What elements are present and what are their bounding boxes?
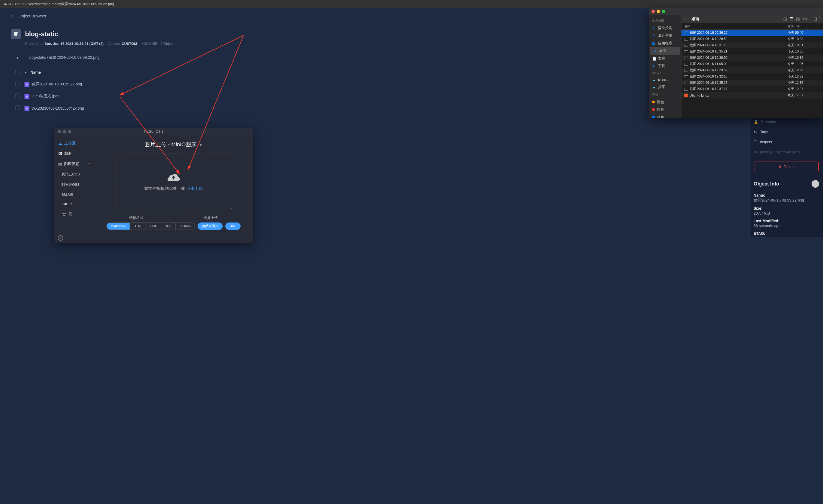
finder-file-name: 截屏 2024-06-16 11.05.08 [690, 62, 788, 66]
sidebar-item-downloads[interactable]: ⬇下载 [649, 62, 681, 70]
sidebar-item-apps[interactable]: ▦应用程序 [649, 39, 681, 47]
file-name: vue3响应式.jpeg [32, 94, 59, 99]
row-checkbox[interactable] [15, 105, 20, 110]
finder-file-row[interactable]: 截屏 2024-06-16 09.39.22今天 09:40 [681, 30, 823, 36]
select-all-checkbox[interactable] [15, 70, 20, 74]
finder-file-row[interactable]: 截屏 2024-06-16 11.05.08今天 11:05 [681, 61, 823, 67]
format-ubb-button[interactable]: UBB [161, 223, 176, 230]
format-custom-button[interactable]: Custom [176, 223, 194, 230]
downloads-icon: ⬇ [652, 64, 656, 68]
provider-item[interactable]: 腾讯云COS [54, 169, 94, 180]
finder-file-name: 截屏 2024-06-16 12.32.16 [690, 74, 788, 79]
finder-sidebar: 个人收藏 ◎隔空投送⏱最近使用▦应用程序🖥桌面📄文稿⬇下载 iCloud ☁iC… [649, 15, 681, 118]
finder-maximize-button[interactable] [662, 10, 665, 13]
click-upload-link[interactable]: 点击上传 [186, 186, 203, 191]
upload-dropzone[interactable]: 将文件拖拽到此处，或 点击上传 [115, 153, 232, 209]
lock-icon: 🔒 [754, 120, 758, 124]
finder-close-button[interactable] [652, 10, 655, 13]
finder-file-row[interactable]: 截屏 2024-06-16 10.28.52今天 10:28 [681, 36, 823, 42]
upload-heading[interactable]: 图片上传 - MinIO图床 ▼ [145, 141, 202, 148]
finder-file-row[interactable]: 截屏 2024-06-16 12.35.27今天 12:35 [681, 80, 823, 86]
chevron-up-icon: ˄ [89, 163, 90, 166]
provider-item[interactable]: SM.MS [54, 190, 94, 199]
browser-url-bar[interactable]: 34.212.165:9007/browser/blog-static/截屏20… [0, 0, 823, 8]
sidebar-item-recent[interactable]: ⏱最近使用 [649, 32, 681, 39]
inspect-item[interactable]: ☰Inspect [750, 137, 823, 147]
bucket-name: blog-static [25, 30, 58, 38]
format-url-button[interactable]: URL [146, 223, 161, 230]
gallery-view-button[interactable]: ▭ [803, 16, 807, 21]
sort-asc-icon: ▲ [24, 71, 27, 74]
url-upload-button[interactable]: URL [225, 223, 240, 230]
finder-file-date: 今天 10:35 [788, 49, 820, 54]
object-details-panel: 🔒Retention 🏷Tags ☰Inspect 👁Display Objec… [750, 117, 823, 237]
object-size-field: Size:207.7 KiB [750, 205, 823, 217]
cloud-icon: ☁ [652, 85, 656, 89]
upload-area-nav[interactable]: ☁上传区 [54, 138, 94, 149]
file-icon: ▲ [24, 106, 29, 111]
trash-icon: 🗑 [778, 165, 782, 169]
clipboard-upload-button[interactable]: 剪贴板图片 [198, 223, 223, 230]
finder-file-row[interactable]: 截屏 2024-06-16 10.31.18今天 10:31 [681, 42, 823, 48]
tag-dot-icon [652, 101, 655, 103]
provider-item[interactable]: 阿里云OSS [54, 180, 94, 190]
finder-col-date[interactable]: 修改日期 [788, 24, 820, 28]
file-icon: ▲ [24, 94, 29, 99]
cloud-icon: ☁ [652, 78, 656, 82]
close-button[interactable] [58, 130, 61, 133]
finder-file-date: 今天 10:31 [788, 43, 820, 48]
finder-file-row[interactable]: 截屏 2024-06-16 12.37.17今天 12:37 [681, 86, 823, 92]
recent-icon: ⏱ [652, 34, 656, 37]
provider-item[interactable]: 七牛云 [54, 209, 94, 219]
back-to-browser-button[interactable]: ← Object Browser [11, 13, 46, 19]
tag-item[interactable]: 红色 [649, 106, 681, 113]
album-nav[interactable]: 🖼相册 [54, 149, 94, 159]
minimize-button[interactable] [63, 130, 66, 133]
finder-file-row[interactable]: 截屏 2024-06-16 10.36.50今天 10:36 [681, 55, 823, 61]
sidebar-item-docs[interactable]: 📄文稿 [649, 55, 681, 62]
icloud-item[interactable]: ☁共享 [649, 83, 681, 91]
tag-item[interactable]: 蓝色 [649, 113, 681, 118]
column-view-button[interactable]: ▥ [796, 16, 800, 21]
tags-item[interactable]: 🏷Tags [750, 127, 823, 137]
delete-button[interactable]: 🗑Delete [754, 162, 819, 172]
finder-title: 桌面 [691, 17, 699, 21]
image-file-icon [684, 44, 688, 47]
image-file-icon [684, 69, 688, 72]
finder-forward-button[interactable]: › [687, 17, 688, 21]
group-button[interactable]: ⊟ ˅ [813, 16, 820, 21]
file-name: WX20230403-103556@2x.png [32, 106, 84, 110]
finder-file-row[interactable]: 截屏 2024-06-16 10.35.21今天 10:35 [681, 48, 823, 55]
finder-file-row[interactable]: Ubuntu Linux昨天 17:57 [681, 92, 823, 98]
image-file-icon [684, 50, 688, 53]
icloud-item[interactable]: ☁iClou... [649, 76, 681, 83]
finder-col-name[interactable]: 名称 ˄ [684, 24, 788, 28]
row-checkbox[interactable] [15, 81, 20, 86]
settings-nav[interactable]: ▦图床设置˄ [54, 159, 94, 169]
sidebar-item-airdrop[interactable]: ◎隔空投送 [649, 24, 681, 32]
image-file-icon [684, 56, 688, 59]
desktop-icon: 🖥 [653, 49, 657, 53]
cloud-icon [167, 171, 180, 182]
image-icon: 🖼 [58, 152, 62, 156]
row-checkbox[interactable] [15, 93, 20, 98]
column-name-header[interactable]: ▲Name [24, 70, 758, 74]
finder-file-name: 截屏 2024-06-16 10.31.18 [690, 43, 788, 48]
format-markdown-button[interactable]: Markdown [107, 223, 130, 230]
icon-view-button[interactable]: ⊞ [783, 16, 787, 21]
airdrop-icon: ◎ [652, 26, 656, 30]
list-view-button[interactable]: ☰ [790, 16, 793, 21]
finder-back-button[interactable]: ‹ [684, 17, 686, 21]
finder-file-row[interactable]: 截屏 2024-06-16 12.32.16今天 12:32 [681, 73, 823, 80]
info-icon[interactable]: i [58, 235, 63, 241]
maximize-button[interactable] [68, 130, 71, 133]
finder-file-row[interactable]: 截屏 2024-06-16 12.29.52今天 12:29 [681, 67, 823, 73]
finder-minimize-button[interactable] [657, 10, 660, 13]
image-file-icon [684, 75, 688, 78]
sidebar-item-desktop[interactable]: 🖥桌面 [650, 47, 680, 55]
tag-item[interactable]: 橙色 [649, 98, 681, 106]
finder-file-name: 截屏 2024-06-16 12.37.17 [690, 87, 788, 91]
breadcrumb-back-button[interactable]: ‹ [11, 51, 24, 64]
provider-item[interactable]: GitHub [54, 199, 94, 209]
format-html-button[interactable]: HTML [130, 223, 147, 230]
